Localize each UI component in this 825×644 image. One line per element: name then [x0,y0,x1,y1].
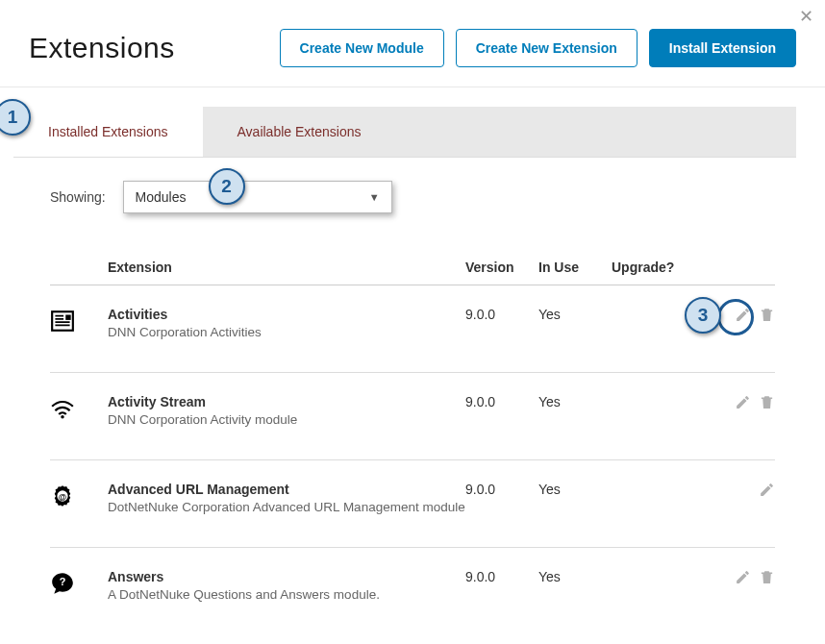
svg-rect-0 [52,311,73,331]
delete-button[interactable] [759,394,775,413]
header-actions: Create New Module Create New Extension I… [280,29,796,67]
extension-name: Activity Stream [108,394,465,409]
delete-button[interactable] [759,569,775,588]
page-header: ✕ Extensions Create New Module Create Ne… [0,0,825,87]
extension-version: 9.0.0 [465,307,538,322]
extension-desc: DNN Corporation Activity module [108,412,465,427]
trash-icon [759,307,775,323]
extension-icon [50,394,108,424]
table-header: Extension Version In Use Upgrade? [50,260,775,285]
edit-button[interactable] [759,482,775,501]
extensions-table: Extension Version In Use Upgrade? Activi… [50,260,775,602]
extension-desc: DNN Corporation Activities [108,325,465,339]
pencil-icon [735,394,751,410]
extension-in-use: Yes [538,482,612,497]
create-new-module-button[interactable]: Create New Module [280,29,444,67]
question-bubble-icon: ? [50,571,75,596]
extension-name: Activities [108,307,465,322]
delete-button[interactable] [759,307,775,326]
filter-row: Showing: Modules 2 ▼ [50,181,775,213]
callout-marker-2: 2 [209,168,245,205]
table-row: @ Advanced URL Management DotNetNuke Cor… [50,460,775,548]
tabs: 1 Installed Extensions Available Extensi… [13,107,796,158]
extension-version: 9.0.0 [465,482,538,497]
trash-icon [759,394,775,410]
pencil-icon [735,307,751,323]
extension-in-use: Yes [538,307,612,322]
gear-at-icon: @ [50,483,75,508]
svg-text:@: @ [59,492,66,502]
filter-select[interactable]: Modules 2 ▼ [123,181,392,213]
extension-icon: ? [50,569,108,599]
edit-button[interactable] [735,394,751,413]
module-icon [50,309,75,334]
page-title: Extensions [29,32,280,64]
col-in-use: In Use [538,260,612,275]
extension-icon: @ [50,482,108,511]
close-icon[interactable]: ✕ [799,8,813,25]
svg-point-2 [61,415,63,418]
callout-marker-3: 3 [685,297,721,334]
svg-rect-1 [65,315,70,320]
chevron-down-icon: ▼ [369,191,380,203]
edit-button[interactable] [735,307,751,326]
pencil-icon [735,569,751,585]
extension-name: Answers [108,569,465,584]
extension-in-use: Yes [538,394,612,409]
tab-installed-extensions[interactable]: Installed Extensions [13,107,203,157]
table-row: ? Answers A DotNetNuke Questions and Ans… [50,548,775,602]
extension-name: Advanced URL Management [108,482,465,497]
filter-selected-value: Modules [136,189,187,205]
create-new-extension-button[interactable]: Create New Extension [456,29,638,67]
pencil-icon [759,482,775,498]
col-upgrade: Upgrade? [612,260,708,275]
panel: Showing: Modules 2 ▼ Extension Version I… [13,158,796,602]
install-extension-button[interactable]: Install Extension [649,29,796,67]
col-version: Version [465,260,538,275]
tab-available-extensions[interactable]: Available Extensions [203,107,396,157]
extension-version: 9.0.0 [465,394,538,409]
extension-in-use: Yes [538,569,612,584]
trash-icon [759,569,775,585]
table-row: Activities DNN Corporation Activities 9.… [50,285,775,373]
extension-desc: A DotNetNuke Questions and Answers modul… [108,587,465,602]
col-extension: Extension [108,260,465,275]
filter-label: Showing: [50,189,106,205]
svg-text:?: ? [60,576,66,587]
wifi-icon [50,396,75,421]
extension-desc: DotNetNuke Corporation Advanced URL Mana… [108,500,465,514]
content: 1 Installed Extensions Available Extensi… [0,87,825,602]
extension-version: 9.0.0 [465,569,538,584]
edit-button[interactable] [735,569,751,588]
table-row: Activity Stream DNN Corporation Activity… [50,373,775,460]
extension-icon [50,307,108,336]
